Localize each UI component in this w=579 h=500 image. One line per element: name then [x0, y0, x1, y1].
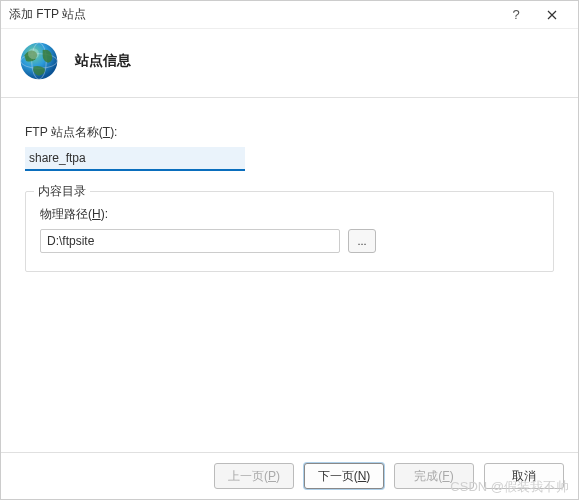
close-button[interactable] [534, 1, 570, 29]
svg-point-3 [28, 48, 39, 59]
next-button[interactable]: 下一页(N) [304, 463, 384, 489]
wizard-header: 站点信息 [1, 29, 578, 98]
physical-path-input[interactable] [40, 229, 340, 253]
page-title: 站点信息 [75, 52, 131, 70]
help-button[interactable]: ? [498, 1, 534, 29]
physical-path-label: 物理路径(H): [40, 206, 539, 223]
content-directory-group: 内容目录 物理路径(H): ... [25, 191, 554, 272]
prev-button: 上一页(P) [214, 463, 294, 489]
globe-icon [17, 39, 61, 83]
finish-button: 完成(F) [394, 463, 474, 489]
window-title: 添加 FTP 站点 [9, 6, 498, 23]
wizard-footer: 上一页(P) 下一页(N) 完成(F) 取消 [1, 452, 578, 499]
dialog-window: 添加 FTP 站点 ? 站点信息 FTP 站点名称( [0, 0, 579, 500]
cancel-button[interactable]: 取消 [484, 463, 564, 489]
content-directory-legend: 内容目录 [34, 183, 90, 200]
browse-button[interactable]: ... [348, 229, 376, 253]
site-name-input[interactable] [25, 147, 245, 171]
close-icon [547, 10, 557, 20]
titlebar: 添加 FTP 站点 ? [1, 1, 578, 29]
site-name-label: FTP 站点名称(T): [25, 124, 554, 141]
physical-path-row: ... [40, 229, 539, 253]
wizard-body: FTP 站点名称(T): 内容目录 物理路径(H): ... [1, 98, 578, 452]
